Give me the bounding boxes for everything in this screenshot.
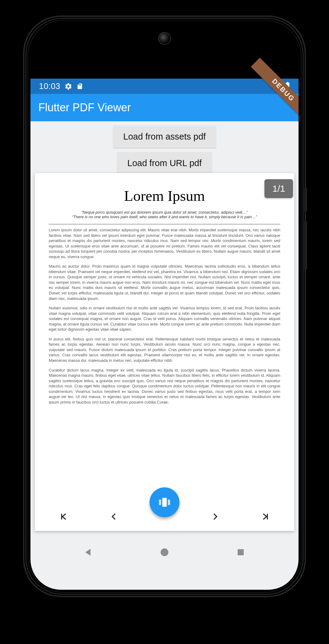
last-page-icon	[260, 512, 270, 521]
device-side-button	[304, 221, 307, 270]
svg-point-6	[161, 548, 168, 556]
square-recents-icon	[236, 548, 245, 557]
svg-rect-7	[238, 549, 244, 555]
first-page-icon	[59, 512, 69, 521]
svg-rect-5	[168, 500, 170, 505]
view-mode-fab[interactable]	[150, 487, 179, 517]
chevron-left-icon	[109, 512, 119, 521]
screen: 10:03 DEBUG Flutter PDF Viewer	[30, 23, 299, 590]
android-back-button[interactable]	[70, 543, 107, 561]
svg-rect-1	[80, 84, 80, 86]
first-page-button[interactable]	[41, 502, 87, 531]
pdf-paragraph: Curabitur dictum lacus magna. Integer ex…	[49, 368, 280, 405]
last-page-button[interactable]	[242, 502, 288, 531]
divider	[49, 224, 280, 224]
android-home-button[interactable]	[146, 543, 183, 561]
pdf-page[interactable]: Lorem Ipsum “Neque porro quisquam est qu…	[35, 173, 294, 502]
wifi-icon	[274, 83, 283, 90]
svg-rect-4	[159, 500, 161, 505]
load-from-url-button[interactable]: Load from URL pdf	[117, 152, 212, 174]
svg-rect-0	[79, 84, 79, 86]
circle-home-icon	[159, 547, 170, 557]
status-bar: 10:03	[30, 79, 299, 94]
svg-rect-3	[162, 498, 167, 507]
app-body: Load from assets pdf Load from URL pdf 1…	[30, 121, 299, 590]
pdf-quote: “There is no one who loves pain itself, …	[49, 215, 280, 219]
page-indicator: 1/1	[264, 179, 293, 198]
battery-icon	[285, 82, 290, 91]
pdf-title: Lorem Ipsum	[49, 187, 280, 205]
next-page-button[interactable]	[192, 502, 238, 531]
android-nav-bar	[30, 534, 299, 571]
carousel-icon	[158, 496, 171, 509]
device-camera	[158, 32, 171, 45]
status-clock: 10:03	[39, 82, 60, 91]
pdf-paragraph: Nullam euismod, odio in ornare vestibulu…	[49, 305, 280, 332]
triangle-back-icon	[83, 547, 94, 557]
gear-icon	[65, 83, 72, 90]
device-frame: 10:03 DEBUG Flutter PDF Viewer	[24, 17, 305, 596]
pdf-paragraph: Lorem ipsum dolor sit amet, consectetur …	[49, 227, 280, 259]
android-recents-button[interactable]	[222, 543, 259, 561]
pdf-paragraph: Mauris ac auctor dolor. Proin maximus qu…	[49, 264, 280, 301]
svg-rect-2	[80, 84, 81, 86]
device-side-button	[304, 187, 307, 212]
sd-card-icon	[76, 82, 83, 90]
pdf-paragraph: In purus elit, finibus quis nisl ut, pla…	[49, 336, 280, 363]
app-title: Flutter PDF Viewer	[38, 101, 131, 114]
prev-page-button[interactable]	[91, 502, 137, 531]
pdf-quote: “Neque porro quisquam est qui dolorem ip…	[49, 210, 280, 215]
load-from-assets-button[interactable]: Load from assets pdf	[113, 126, 216, 148]
app-bar: Flutter PDF Viewer	[30, 94, 299, 121]
pdf-viewer: Lorem Ipsum “Neque porro quisquam est qu…	[35, 173, 294, 531]
chevron-right-icon	[210, 512, 220, 521]
